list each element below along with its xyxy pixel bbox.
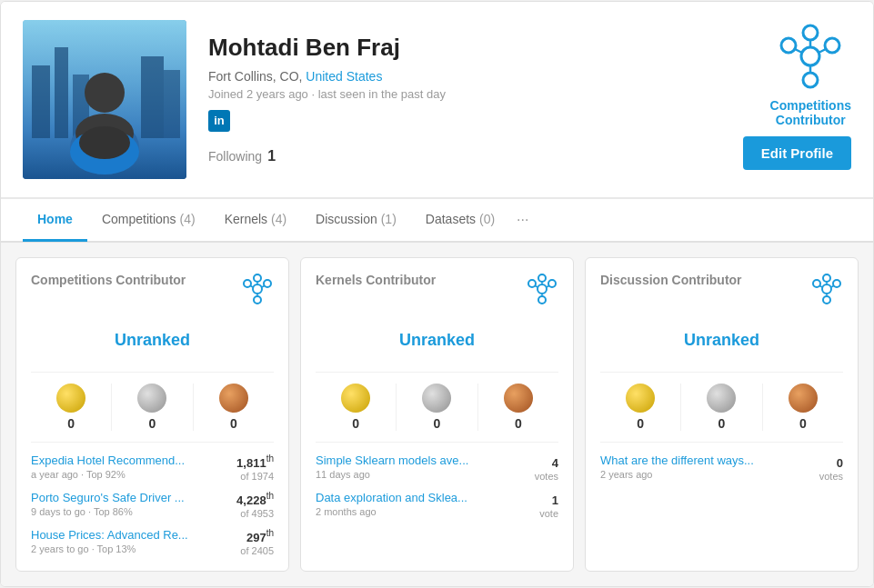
comp-rank-2-0: 0 votes: [819, 453, 843, 482]
tab-home[interactable]: Home: [23, 199, 87, 242]
comp-rank-0-2: 297th of 2405: [240, 528, 274, 556]
svg-point-41: [813, 280, 820, 287]
medal-circle-bronze-2: [789, 384, 818, 413]
svg-point-30: [538, 274, 546, 282]
tab-discussion[interactable]: Discussion (1): [301, 199, 411, 242]
medal-count-silver-0: 0: [149, 416, 156, 431]
tab-datasets[interactable]: Datasets (0): [411, 199, 509, 242]
svg-point-22: [254, 296, 261, 304]
medal-bronze-0: 0: [194, 384, 274, 431]
medal-circle-silver-1: [422, 384, 451, 413]
svg-point-15: [825, 38, 839, 53]
medal-count-bronze-0: 0: [230, 416, 237, 431]
medal-count-silver-1: 0: [434, 416, 441, 431]
svg-point-32: [528, 280, 536, 287]
card-header-2: Discussion Contributor: [600, 273, 843, 309]
medal-count-gold-0: 0: [67, 416, 75, 431]
comp-link-0-0[interactable]: Expedia Hotel Recommend...: [31, 453, 229, 467]
comp-list-1: Simple Sklearn models ave... 11 days ago…: [316, 453, 558, 520]
comp-link-2-0[interactable]: What are the different ways...: [600, 453, 812, 467]
tab-kernels[interactable]: Kernels (4): [210, 199, 301, 242]
svg-point-20: [253, 284, 262, 294]
svg-line-45: [820, 285, 823, 287]
card-title-1: Kernels Contributor: [316, 273, 436, 287]
card-header-0: Competitions Contributor: [31, 273, 274, 309]
svg-point-14: [781, 38, 796, 53]
svg-point-21: [254, 274, 261, 282]
comp-rank-1-0: 4 votes: [535, 453, 558, 482]
card-badge-icon-1: [526, 273, 558, 309]
contributor-badge: Competitions Contributor: [770, 20, 851, 129]
svg-rect-4: [141, 56, 164, 138]
card-title-2: Discussion Contributor: [600, 273, 742, 287]
svg-rect-1: [32, 65, 50, 138]
svg-point-40: [823, 296, 830, 304]
card-rank-0: Unranked: [31, 320, 274, 361]
svg-point-39: [823, 274, 830, 282]
card-rank-1: Unranked: [316, 320, 558, 361]
comp-list-0: Expedia Hotel Recommend... a year ago · …: [31, 453, 274, 557]
svg-point-31: [538, 296, 546, 304]
svg-line-37: [547, 285, 549, 287]
medal-bronze-1: 0: [478, 384, 558, 431]
medal-circle-gold-0: [56, 384, 85, 413]
card-2: Discussion Contributor Unranked: [585, 257, 859, 573]
card-badge-icon-0: [241, 273, 274, 309]
following-label: Following: [208, 149, 262, 164]
svg-line-36: [536, 285, 538, 287]
medals-1: 0 0 0: [316, 372, 558, 443]
medal-count-silver-2: 0: [718, 416, 726, 431]
avatar: [23, 20, 186, 179]
svg-point-12: [803, 25, 818, 40]
card-badge-icon-2: [810, 273, 843, 309]
medal-gold-2: 0: [600, 384, 681, 431]
nav-tabs: Home Competitions (4) Kernels (4) Discus…: [1, 199, 873, 243]
card-0: Competitions Contributor Unranked: [15, 257, 289, 573]
svg-point-33: [548, 280, 556, 287]
tab-competitions[interactable]: Competitions (4): [87, 199, 210, 242]
comp-item-0-0: Expedia Hotel Recommend... a year ago · …: [31, 453, 274, 482]
comp-link-1-0[interactable]: Simple Sklearn models ave...: [316, 453, 527, 467]
medal-gold-0: 0: [31, 384, 112, 431]
svg-point-29: [537, 284, 547, 294]
svg-rect-5: [164, 70, 180, 138]
svg-line-18: [795, 49, 802, 53]
medal-circle-bronze-1: [504, 384, 533, 413]
comp-rank-0-0: 1,811th of 1974: [236, 453, 274, 482]
tab-more[interactable]: ···: [509, 199, 536, 241]
medal-silver-2: 0: [681, 384, 762, 431]
card-rank-2: Unranked: [600, 320, 843, 361]
svg-line-46: [831, 285, 834, 287]
medal-count-gold-2: 0: [637, 416, 644, 431]
card-header-1: Kernels Contributor: [316, 273, 558, 309]
medal-silver-0: 0: [112, 384, 193, 431]
profile-header: Mohtadi Ben Fraj Fort Collins, CO, Unite…: [1, 2, 873, 199]
comp-item-0-1: Porto Seguro's Safe Driver ... 9 days to…: [31, 491, 274, 519]
medal-circle-silver-2: [707, 384, 736, 413]
medal-circle-silver-0: [137, 384, 166, 413]
comp-link-0-1[interactable]: Porto Seguro's Safe Driver ...: [31, 491, 229, 504]
comp-link-1-1[interactable]: Data exploration and Sklea...: [316, 491, 532, 504]
svg-point-13: [803, 73, 818, 87]
comp-meta-0-0: a year ago · Top 92%: [31, 469, 229, 480]
medal-count-bronze-2: 0: [799, 416, 807, 431]
edit-profile-button[interactable]: Edit Profile: [743, 136, 851, 170]
comp-rank-1-1: 1 vote: [539, 491, 558, 519]
svg-point-38: [822, 284, 831, 294]
svg-point-6: [85, 73, 125, 113]
medal-count-bronze-1: 0: [515, 416, 522, 431]
comp-meta-1-1: 2 months ago: [316, 506, 532, 517]
medals-2: 0 0 0: [600, 372, 843, 443]
svg-line-19: [819, 49, 826, 53]
comp-item-1-1: Data exploration and Sklea... 2 months a…: [316, 491, 558, 519]
profile-location: Fort Collins, CO, United States: [208, 69, 851, 84]
linkedin-icon[interactable]: in: [208, 110, 230, 132]
comp-meta-2-0: 2 years ago: [600, 469, 812, 480]
following-count: 1: [267, 148, 276, 164]
card-1: Kernels Contributor Unranked: [300, 257, 574, 573]
comp-link-0-2[interactable]: House Prices: Advanced Re...: [31, 528, 233, 542]
location-country-link[interactable]: United States: [306, 69, 382, 84]
svg-point-24: [264, 280, 271, 287]
svg-point-42: [833, 280, 840, 287]
cards-area: Competitions Contributor Unranked: [1, 243, 873, 587]
